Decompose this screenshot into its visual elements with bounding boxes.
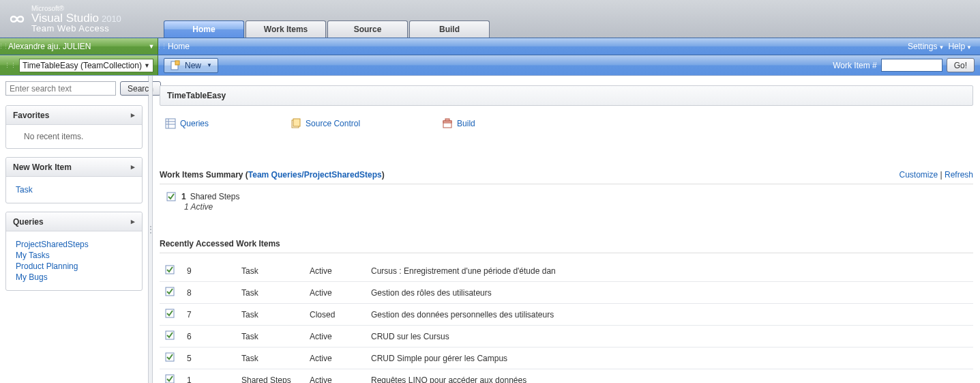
chevron-down-icon: ▼	[144, 62, 150, 69]
customize-link[interactable]: Customize	[899, 170, 938, 180]
breadcrumb-home[interactable]: Home	[168, 42, 190, 51]
work-item-icon	[165, 373, 176, 383]
chevron-down-icon: ▼	[207, 62, 212, 68]
work-item-title: Gestion des rôles des utilisateurs	[366, 282, 973, 304]
work-item-icon	[165, 308, 176, 319]
page-title: TimeTableEasy	[160, 85, 973, 106]
recent-work-items-table: 9TaskActiveCursus : Enregistrement d'une…	[160, 260, 973, 383]
user-name: Alexandre aju. JULIEN	[5, 42, 145, 51]
work-item-state: Active	[304, 326, 366, 347]
work-item-title: CRUD Simple pour gérer les Campus	[366, 347, 973, 369]
main-content: TimeTableEasy Queries Source Control	[153, 76, 980, 383]
grip-icon: ⋮⋮	[158, 38, 164, 55]
toolbar-secondary: ⋮⋮ TimeTableEasy (TeamCollection) ▼ New …	[0, 55, 980, 76]
app-header: Microsoft® Visual Studio2010 Team Web Ac…	[0, 0, 980, 38]
work-item-state: Active	[304, 369, 366, 384]
go-button[interactable]: Go!	[947, 58, 975, 72]
grip-icon: ⋮⋮	[4, 62, 16, 69]
chevron-down-icon: ▼	[938, 44, 944, 51]
sidebar-item-projectsharedsteps[interactable]: ProjectSharedSteps	[16, 240, 132, 249]
work-item-title: CRUD sur les Cursus	[366, 326, 973, 347]
summary-sub-label: Active	[191, 202, 213, 212]
panel-header-favorites[interactable]: Favorites ▸	[6, 106, 142, 125]
tab-source[interactable]: Source	[327, 20, 408, 38]
project-picker[interactable]: ⋮⋮ TimeTableEasy (TeamCollection) ▼	[0, 55, 158, 75]
divider	[160, 253, 973, 253]
work-item-id: 1	[181, 369, 236, 384]
work-item-title: Requêtes LINQ pour accéder aux données	[366, 369, 973, 384]
grip-icon: ⋮⋮	[0, 38, 5, 55]
panel-new-work-item: New Work Item ▸ Task	[5, 157, 143, 203]
work-item-state: Active	[304, 282, 366, 304]
work-item-state: Closed	[304, 304, 366, 326]
recent-heading: Recently Accessed Work Items	[160, 239, 973, 249]
tab-build[interactable]: Build	[409, 20, 490, 38]
new-document-icon	[170, 60, 181, 71]
sidebar-item-task[interactable]: Task	[16, 185, 132, 195]
work-item-title: Gestion des données personnelles des uti…	[366, 304, 973, 326]
quicklinks: Queries Source Control Build	[160, 118, 973, 129]
sidebar-item-my-bugs[interactable]: My Bugs	[16, 272, 132, 282]
panel-queries: Queries ▸ ProjectSharedSteps My Tasks Pr…	[5, 212, 143, 291]
help-link[interactable]: Help▼	[948, 42, 972, 51]
svg-rect-1	[175, 61, 179, 65]
new-button[interactable]: New ▼	[164, 58, 218, 73]
summary-sub-count: 1	[184, 202, 189, 212]
source-control-icon	[291, 118, 301, 129]
work-item-type: Task	[236, 304, 304, 326]
work-item-icon	[165, 352, 176, 363]
work-item-id: 7	[181, 304, 236, 326]
work-item-search: Work Item # Go!	[833, 58, 975, 72]
settings-link[interactable]: Settings▼	[908, 42, 944, 51]
sidebar-item-my-tasks[interactable]: My Tasks	[16, 251, 132, 260]
work-items-summary-heading: Customize | Refresh Work Items Summary (…	[160, 170, 973, 180]
logo-subtitle: Team Web Access	[31, 24, 121, 33]
work-item-title: Cursus : Enregistrement d'une période d'…	[366, 260, 973, 282]
work-item-type: Shared Steps	[236, 369, 304, 384]
build-icon	[442, 118, 453, 129]
favorites-empty: No recent items.	[16, 132, 83, 141]
breadcrumb: Home	[164, 42, 908, 51]
chevron-down-icon: ▼	[966, 44, 972, 51]
work-item-state: Active	[304, 260, 366, 282]
work-item-type: Task	[236, 260, 304, 282]
tab-work-items[interactable]: Work Items	[246, 20, 326, 38]
table-row[interactable]: 1Shared StepsActiveRequêtes LINQ pour ac…	[160, 369, 973, 384]
refresh-link[interactable]: Refresh	[945, 170, 973, 180]
panel-header-queries[interactable]: Queries ▸	[6, 212, 142, 231]
work-item-icon	[165, 286, 176, 297]
summary-query-link[interactable]: Team Queries/ProjectSharedSteps	[248, 170, 382, 180]
table-row[interactable]: 9TaskActiveCursus : Enregistrement d'une…	[160, 260, 973, 282]
work-item-state: Active	[304, 347, 366, 369]
product-logo: Microsoft® Visual Studio2010 Team Web Ac…	[0, 0, 164, 38]
quicklink-queries[interactable]: Queries	[165, 118, 209, 129]
infinity-icon	[7, 12, 27, 27]
chevron-right-icon: ▸	[131, 162, 135, 171]
panel-favorites: Favorites ▸ No recent items.	[5, 105, 143, 149]
panel-title: Favorites	[13, 111, 49, 120]
work-item-id: 5	[181, 347, 236, 369]
table-row[interactable]: 5TaskActiveCRUD Simple pour gérer les Ca…	[160, 347, 973, 369]
summary-label: Shared Steps	[190, 192, 240, 201]
table-row[interactable]: 7TaskClosedGestion des données personnel…	[160, 304, 973, 326]
work-item-id-input[interactable]	[881, 59, 942, 72]
summary-count: 1	[181, 192, 186, 201]
work-items-summary: 1 Shared Steps 1 Active	[160, 191, 973, 212]
divider	[160, 184, 973, 184]
sidebar-item-product-planning[interactable]: Product Planning	[16, 261, 132, 271]
svg-rect-7	[293, 119, 300, 126]
search-input[interactable]	[5, 81, 116, 96]
svg-rect-2	[166, 119, 175, 128]
svg-rect-10	[445, 119, 449, 121]
table-row[interactable]: 8TaskActiveGestion des rôles des utilisa…	[160, 282, 973, 304]
logo-year: 2010	[102, 14, 121, 24]
work-item-type: Task	[236, 326, 304, 347]
panel-header-new-work-item[interactable]: New Work Item ▸	[6, 158, 142, 177]
quicklink-build[interactable]: Build	[442, 118, 475, 129]
table-row[interactable]: 6TaskActiveCRUD sur les Cursus	[160, 326, 973, 347]
tab-home[interactable]: Home	[164, 20, 244, 38]
user-menu[interactable]: ⋮⋮ Alexandre aju. JULIEN ▼	[0, 38, 158, 55]
work-item-id: 6	[181, 326, 236, 347]
main-tabs: Home Work Items Source Build	[164, 0, 491, 38]
quicklink-source-control[interactable]: Source Control	[291, 118, 360, 129]
